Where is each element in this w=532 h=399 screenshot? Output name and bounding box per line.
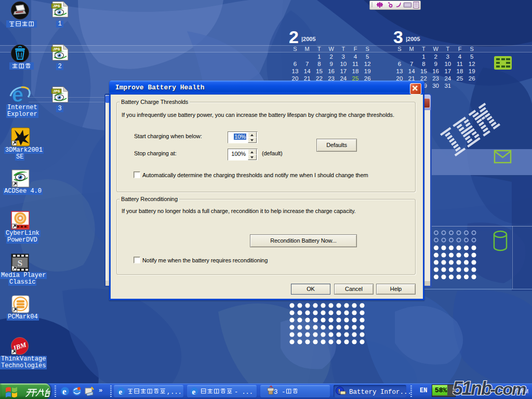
svg-text:»: » [99,386,102,394]
svg-text:Battery Infor...: Battery Infor... [349,389,410,396]
svg-text:,...: ,... [167,389,182,396]
svg-text:!: ! [338,388,340,394]
svg-text:e: e [62,387,66,396]
svg-text:- ...: - ... [234,389,253,396]
svg-text:-com: -com [490,380,526,398]
svg-text:3 -: 3 - [274,389,286,396]
svg-text:51nb: 51nb [453,380,492,399]
svg-text:e: e [192,388,196,396]
svg-text:S: S [18,258,22,268]
svg-text:e: e [119,388,123,396]
